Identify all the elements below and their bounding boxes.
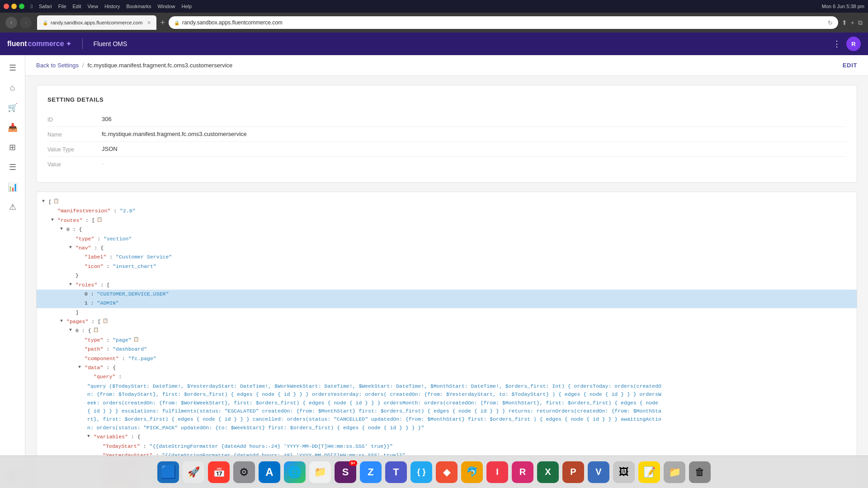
json-tree-container: ▼ [ 📋 "manifestVersion" : "2.0" ▼ "route…	[36, 192, 857, 488]
mysql-icon[interactable]: 🐬	[461, 461, 483, 483]
appstore-icon[interactable]: A	[259, 461, 280, 483]
copy-icon-type[interactable]: 📋	[133, 336, 139, 343]
copy-icon-pages[interactable]: 📋	[103, 318, 108, 325]
setting-value-value: -	[102, 160, 846, 167]
user-avatar[interactable]: R	[846, 37, 861, 51]
vnc-icon[interactable]: V	[588, 461, 609, 483]
new-tab-button[interactable]: +	[160, 18, 165, 28]
mac-menu-edit[interactable]: Edit	[73, 4, 81, 9]
json-line-today-start: "TodayStart" : "{{dateStringFormatter {d…	[37, 442, 857, 451]
mac-menu-history[interactable]: History	[104, 4, 120, 9]
back-to-settings-link[interactable]: Back to Settings	[36, 62, 79, 69]
slack-icon[interactable]: S 9+	[335, 461, 356, 483]
browser-actions[interactable]: ⬆ + ⧉	[842, 19, 863, 27]
mac-menu-safari[interactable]: Safari	[39, 4, 52, 9]
json-line-path: "path" : "dashboard"	[37, 345, 857, 354]
mac-window-controls[interactable]	[4, 4, 24, 9]
main-container: ☰ ⌂ 🛒 📥 ⊞ ☰ 📊 ⚠ ⚙ Back to Settings / fc.…	[0, 55, 868, 488]
copy-icon-page0[interactable]: 📋	[93, 327, 99, 334]
maximize-dot[interactable]	[19, 4, 24, 9]
add-tab-icon[interactable]: +	[851, 19, 854, 27]
mac-time: Mon 6 Jun 5:38 pm	[822, 4, 864, 9]
preview-icon[interactable]: 🖼	[613, 461, 635, 483]
sidebar-item-orders[interactable]: 🛒	[4, 99, 22, 117]
sidebar-item-list[interactable]: ☰	[4, 158, 22, 176]
share-icon[interactable]: ⬆	[842, 19, 847, 27]
sidebar-item-warning[interactable]: ⚠	[4, 198, 22, 216]
copy-icon-0[interactable]: 📋	[53, 198, 59, 205]
logo-commerce: commerce	[28, 40, 64, 48]
json-line-variables: ▼ "variables" : {	[37, 432, 857, 441]
toggle-roles[interactable]: ▼	[69, 281, 75, 288]
setting-label-value: Value	[47, 160, 102, 168]
toggle-variables[interactable]: ▼	[87, 433, 93, 440]
active-tab[interactable]: 🔒 randy.sandbox.apps.fluentcommerce.com …	[37, 15, 156, 30]
sidebar-item-home[interactable]: ⌂	[4, 79, 22, 97]
sidebar-item-grid[interactable]: ⊞	[4, 138, 22, 156]
files-icon[interactable]: 📁	[664, 461, 685, 483]
launchpad-icon[interactable]: 🚀	[183, 461, 204, 483]
sidebar: ☰ ⌂ 🛒 📥 ⊞ ☰ 📊 ⚠ ⚙	[0, 55, 25, 488]
intellij-icon[interactable]: I	[486, 461, 508, 483]
json-line-role-1: 1 : "ADMIN"	[37, 299, 857, 308]
mac-os-bar:  Safari File Edit View History Bookmark…	[0, 0, 868, 13]
minimize-dot[interactable]	[11, 4, 17, 9]
json-line-type: "type" : "section"	[37, 235, 857, 244]
calendar-icon[interactable]: 📅	[208, 461, 230, 483]
teams-icon[interactable]: T	[385, 461, 407, 483]
sidebar-toggle-icon[interactable]: ⧉	[858, 19, 863, 27]
setting-row-id: ID 306	[47, 112, 846, 127]
tab-lock-icon: 🔒	[42, 20, 48, 25]
json-line-query-val1: "query ($TodayStart: DateTime!, $Yesterd…	[37, 382, 670, 432]
finder2-icon[interactable]: 📁	[309, 461, 331, 483]
toggle-data[interactable]: ▼	[78, 364, 84, 371]
tab-close-icon[interactable]: ✕	[147, 20, 151, 26]
mac-menu-help[interactable]: Help	[182, 4, 192, 9]
close-dot[interactable]	[4, 4, 9, 9]
mac-menu-window[interactable]: Window	[157, 4, 175, 9]
zoom-icon[interactable]: Z	[360, 461, 382, 483]
mac-menu-bar[interactable]:  Safari File Edit View History Bookmark…	[31, 4, 192, 9]
sidebar-item-menu[interactable]: ☰	[4, 59, 22, 77]
safari-icon[interactable]: 🌐	[284, 461, 306, 483]
json-line-page0: ▼ 0 : { 📋	[37, 326, 857, 335]
sidebar-item-chart[interactable]: 📊	[4, 178, 22, 196]
toggle-nav[interactable]: ▼	[69, 244, 75, 251]
json-line-0: ▼ [ 📋	[37, 197, 857, 206]
excel-icon[interactable]: X	[537, 461, 559, 483]
address-bar[interactable]: 🔒 randy.sandbox.apps.fluentcommerce.com …	[169, 16, 838, 29]
forward-button[interactable]: ›	[20, 17, 32, 28]
vscode-icon[interactable]: { }	[410, 461, 432, 483]
mac-menu-bookmarks[interactable]: Bookmarks	[126, 4, 151, 9]
copy-icon-routes[interactable]: 📋	[97, 216, 102, 224]
reload-icon[interactable]: ↻	[828, 19, 833, 26]
json-line-nav-close: }	[37, 271, 857, 280]
mac-menu-apple[interactable]: 	[31, 4, 33, 9]
git-icon[interactable]: ◆	[436, 461, 458, 483]
toggle-pages[interactable]: ▼	[60, 318, 66, 325]
powerpoint-icon[interactable]: P	[562, 461, 584, 483]
back-button[interactable]: ‹	[5, 17, 17, 28]
finder-icon[interactable]: 🟦	[157, 461, 179, 483]
trash-icon[interactable]: 🗑	[689, 461, 711, 483]
mac-menu-view[interactable]: View	[87, 4, 98, 9]
rider-icon[interactable]: R	[512, 461, 533, 483]
system-prefs-icon[interactable]: ⚙	[233, 461, 255, 483]
setting-row-name: Name fc.mystique.manifest.fragment.fc.om…	[47, 127, 846, 142]
json-line-data: ▼ "data" : {	[37, 363, 857, 372]
notes-icon[interactable]: 📝	[638, 461, 660, 483]
mac-menu-file[interactable]: File	[58, 4, 66, 9]
nav-controls[interactable]: ‹ ›	[5, 17, 32, 28]
toggle-page0[interactable]: ▼	[69, 327, 75, 334]
app-name: Fluent OMS	[94, 40, 127, 47]
json-line-pagetype: "type" : "page" 📋	[37, 336, 857, 345]
toggle-routes[interactable]: ▼	[51, 216, 57, 224]
header-menu-dots[interactable]: ⋮	[833, 39, 841, 49]
toggle-0[interactable]: ▼	[42, 198, 47, 205]
edit-button[interactable]: EDIT	[843, 62, 857, 69]
slack-badge: 9+	[349, 460, 357, 466]
sidebar-item-inbox[interactable]: 📥	[4, 118, 22, 136]
toggle-0obj[interactable]: ▼	[60, 225, 66, 233]
tab-title: randy.sandbox.apps.fluentcommerce.com	[51, 20, 142, 25]
address-text[interactable]: randy.sandbox.apps.fluentcommerce.com	[182, 19, 825, 26]
